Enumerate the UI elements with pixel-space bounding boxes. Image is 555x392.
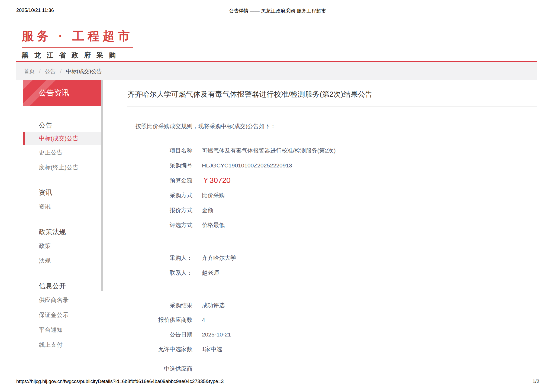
sidebar-heading-disclosure[interactable]: 信息公开 xyxy=(23,279,101,293)
breadcrumb-announcements[interactable]: 公告 xyxy=(45,68,56,75)
field-group-result: 采购结果 成功评选 报价供应商数 4 公告日期 2025-10-21 允许中选家… xyxy=(127,298,537,357)
field-label: 采购人： xyxy=(127,254,192,262)
field-row-winning-supplier: 中选供应商 xyxy=(127,361,537,376)
field-value: 可燃气体及有毒气体报警器进行校准/检测服务(第2次) xyxy=(202,147,336,154)
breadcrumb-home[interactable]: 首页 xyxy=(24,68,35,75)
print-source-url: https://hljcg.hlj.gov.cn/fwgccs/publicit… xyxy=(16,379,224,384)
sidebar-heading-news[interactable]: 资讯 xyxy=(23,186,101,199)
sidebar-item-award-announcements[interactable]: 中标(成交)公告 xyxy=(23,132,101,145)
sidebar-item-supplier-directory[interactable]: 供应商名录 xyxy=(23,293,101,307)
intro-text: 按照比价采购成交规则，现将采购中标(成交)公告如下： xyxy=(135,122,276,130)
sidebar-heading-announcements[interactable]: 公告 xyxy=(23,118,101,132)
section-divider xyxy=(127,240,537,240)
field-label: 报价供应商数 xyxy=(127,316,192,324)
field-label: 采购方式 xyxy=(127,192,192,199)
field-row-result: 采购结果 成功评选 xyxy=(127,298,537,313)
field-row-quote-method: 报价方式 金额 xyxy=(127,203,537,218)
field-value: HLJGCYC19010100Z20252220913 xyxy=(202,162,292,169)
sidebar-panel-title: 公告资讯 xyxy=(23,80,101,106)
field-row-buyer: 采购人： 齐齐哈尔大学 xyxy=(127,250,537,265)
field-value: 成功评选 xyxy=(202,302,225,309)
page-title: 齐齐哈尔大学可燃气体及有毒气体报警器进行校准/检测服务(第2次)结果公告 xyxy=(127,89,537,99)
field-row-procurement-method: 采购方式 比价采购 xyxy=(127,188,537,203)
sidebar-scrollbar[interactable] xyxy=(101,80,103,291)
breadcrumb-separator: / xyxy=(39,68,41,74)
print-datetime: 2025/10/21 11:36 xyxy=(16,8,54,13)
field-row-contact: 联系人： 赵老师 xyxy=(127,265,537,280)
site-logo[interactable]: 服务 · 工程超市 黑龙江省政府采购 xyxy=(22,28,133,60)
field-row-budget: 预算金额 ￥30720 xyxy=(127,173,537,188)
field-group-winner: 中选供应商 xyxy=(127,361,537,376)
breadcrumb-separator: / xyxy=(60,68,62,74)
field-value: 比价采购 xyxy=(202,192,225,199)
logo-main-text: 服务 · 工程超市 xyxy=(22,28,133,48)
title-divider xyxy=(127,106,537,107)
field-group-project: 项目名称 可燃气体及有毒气体报警器进行校准/检测服务(第2次) 采购编号 HLJ… xyxy=(127,143,537,232)
field-value: 齐齐哈尔大学 xyxy=(202,254,236,262)
sidebar-item-deposit-publicity[interactable]: 保证金公示 xyxy=(23,307,101,322)
field-row-announcement-date: 公告日期 2025-10-21 xyxy=(127,327,537,342)
sidebar-item-regulations[interactable]: 法规 xyxy=(23,253,101,268)
field-label: 评选方式 xyxy=(127,221,192,229)
sidebar-item-correction-announcements[interactable]: 更正公告 xyxy=(23,145,101,160)
field-value: 赵老师 xyxy=(202,269,219,277)
print-doc-title: 公告详情 —— 黑龙江政府采购·服务工程超市 xyxy=(229,8,326,14)
field-label: 中选供应商 xyxy=(127,365,192,372)
field-value: 4 xyxy=(202,317,205,323)
field-label: 采购结果 xyxy=(127,302,192,309)
field-label: 采购编号 xyxy=(127,162,192,169)
page: 2025/10/21 11:36 公告详情 —— 黑龙江政府采购·服务工程超市 … xyxy=(0,0,555,392)
sidebar-item-news[interactable]: 资讯 xyxy=(23,199,101,214)
field-row-project-name: 项目名称 可燃气体及有毒气体报警器进行校准/检测服务(第2次) xyxy=(127,143,537,158)
sidebar-item-online-payment[interactable]: 线上支付 xyxy=(23,337,101,352)
sidebar: 公告资讯 公告 中标(成交)公告 更正公告 废标(终止)公告 资讯 资讯 政策法… xyxy=(23,80,103,352)
field-label: 联系人： xyxy=(127,269,192,277)
field-row-selection-method: 评选方式 价格最低 xyxy=(127,218,537,232)
field-value: 2025-10-21 xyxy=(202,331,231,338)
breadcrumb: 首页 / 公告 / 中标(成交)公告 xyxy=(16,62,537,80)
field-value: 价格最低 xyxy=(202,221,225,229)
field-label: 报价方式 xyxy=(127,206,192,214)
field-row-supplier-count: 报价供应商数 4 xyxy=(127,313,537,327)
field-row-allowed-winners: 允许中选家数 1家中选 xyxy=(127,342,537,357)
field-label: 公告日期 xyxy=(127,331,192,338)
sidebar-heading-policies[interactable]: 政策法规 xyxy=(23,225,101,238)
section-divider xyxy=(127,288,537,288)
field-value: 金额 xyxy=(202,206,213,214)
sidebar-item-cancelled-announcements[interactable]: 废标(终止)公告 xyxy=(23,160,101,175)
field-label: 项目名称 xyxy=(127,147,192,154)
field-value: 1家中选 xyxy=(202,345,222,353)
field-group-buyer: 采购人： 齐齐哈尔大学 联系人： 赵老师 xyxy=(127,250,537,280)
field-label: 预算金额 xyxy=(127,177,192,184)
logo-sub-text: 黑龙江省政府采购 xyxy=(22,51,133,60)
field-label: 允许中选家数 xyxy=(127,345,192,353)
budget-amount: ￥30720 xyxy=(202,175,231,186)
sidebar-item-policy[interactable]: 政策 xyxy=(23,238,101,253)
sidebar-item-platform-notices[interactable]: 平台通知 xyxy=(23,322,101,337)
print-page-number: 1/2 xyxy=(533,379,539,384)
breadcrumb-current: 中标(成交)公告 xyxy=(66,68,102,75)
field-row-procurement-number: 采购编号 HLJGCYC19010100Z20252220913 xyxy=(127,158,537,173)
